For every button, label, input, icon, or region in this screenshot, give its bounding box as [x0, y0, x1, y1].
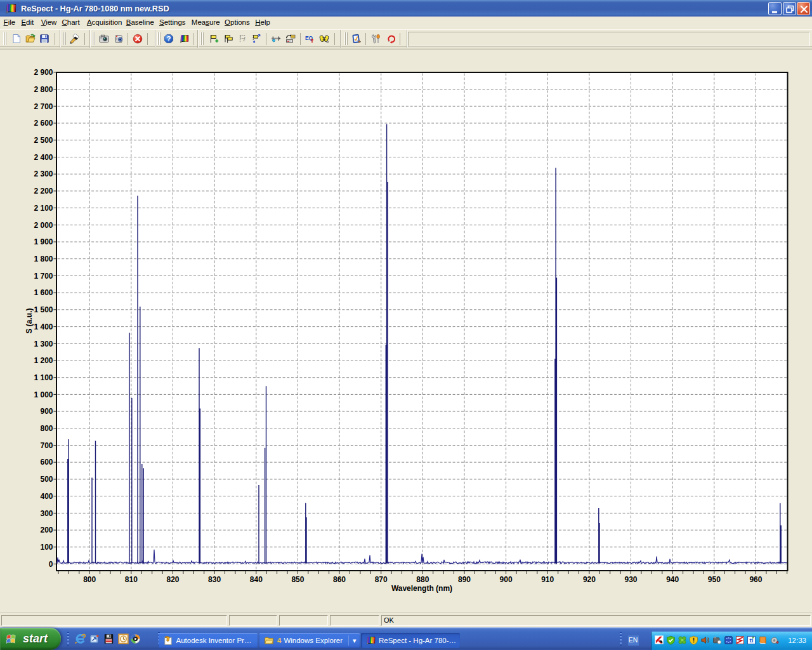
svg-text:900: 900: [40, 407, 53, 416]
svg-text:2 600: 2 600: [34, 119, 53, 128]
svg-text:810: 810: [125, 575, 138, 584]
svg-text:800: 800: [40, 424, 53, 433]
svg-text:1 800: 1 800: [34, 255, 53, 263]
svg-text:2 800: 2 800: [34, 85, 53, 94]
svg-text:1 300: 1 300: [34, 340, 53, 348]
svg-text:600: 600: [40, 458, 53, 467]
svg-text:910: 910: [541, 575, 554, 584]
svg-text:930: 930: [624, 575, 637, 584]
svg-text:300: 300: [40, 509, 53, 518]
svg-text:950: 950: [708, 575, 721, 584]
svg-text:940: 940: [666, 575, 679, 584]
svg-text:?: ?: [166, 35, 171, 43]
svg-text:1 600: 1 600: [34, 288, 53, 297]
svg-text:1 500: 1 500: [34, 305, 53, 314]
svg-text:2 900: 2 900: [34, 68, 53, 77]
svg-text:2 200: 2 200: [34, 187, 53, 196]
svg-text:200: 200: [40, 526, 53, 534]
svg-text:820: 820: [166, 575, 179, 584]
svg-text:860: 860: [333, 575, 346, 584]
svg-text:960: 960: [749, 575, 762, 584]
svg-text:1 400: 1 400: [34, 322, 53, 331]
svg-text:800: 800: [83, 575, 96, 584]
svg-text:2 000: 2 000: [34, 221, 53, 230]
svg-text:1 900: 1 900: [34, 237, 53, 246]
svg-text:Wavelength (nm): Wavelength (nm): [391, 584, 452, 593]
svg-text:0: 0: [49, 560, 53, 569]
svg-text:700: 700: [40, 441, 53, 450]
svg-text:870: 870: [375, 575, 388, 584]
svg-text:1 200: 1 200: [34, 356, 53, 365]
svg-text:1 700: 1 700: [34, 272, 53, 281]
svg-text:1 000: 1 000: [34, 390, 53, 399]
svg-text:2 100: 2 100: [34, 204, 53, 213]
svg-text:880: 880: [416, 575, 429, 584]
svg-text:840: 840: [250, 575, 263, 584]
svg-text:S (a.u.): S (a.u.): [25, 308, 34, 333]
svg-text:100: 100: [40, 543, 53, 552]
svg-text:850: 850: [291, 575, 304, 584]
svg-text:2 500: 2 500: [34, 136, 53, 145]
svg-text:920: 920: [583, 575, 596, 584]
svg-text:2 400: 2 400: [34, 153, 53, 162]
svg-text:830: 830: [208, 575, 221, 584]
svg-text:2 300: 2 300: [34, 169, 53, 178]
svg-text:400: 400: [40, 492, 53, 501]
svg-text:1 100: 1 100: [34, 373, 53, 382]
svg-text:500: 500: [40, 475, 53, 484]
svg-text:900: 900: [500, 575, 513, 584]
svg-text:2 700: 2 700: [34, 102, 53, 111]
svg-text:2: 2: [243, 37, 246, 42]
svg-text:890: 890: [458, 575, 471, 584]
